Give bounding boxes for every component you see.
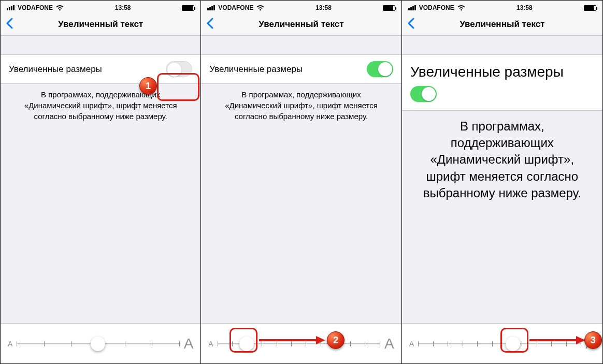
battery-icon <box>182 5 194 11</box>
toggle-knob <box>378 62 392 76</box>
screen-1: VODAFONE 13:58 Увеличенный текст Увеличе… <box>1 1 201 363</box>
callout-1-badge: 1 <box>139 77 157 95</box>
larger-sizes-toggle[interactable] <box>410 86 437 102</box>
setting-description: В программах, поддерживающих «Динамическ… <box>1 84 200 127</box>
text-size-slider[interactable] <box>218 336 380 352</box>
text-size-slider-area: A A <box>201 323 401 363</box>
clock: 13:58 <box>516 4 533 11</box>
page-title: Увеличенный текст <box>460 19 544 30</box>
slider-thumb[interactable] <box>239 337 254 351</box>
larger-sizes-cell: Увеличенные размеры <box>402 54 602 111</box>
small-a-icon: A <box>409 340 414 348</box>
back-chevron-icon[interactable] <box>407 18 414 31</box>
page-title: Увеличенный текст <box>58 19 143 30</box>
carrier-label: VODAFONE <box>18 4 53 11</box>
slider-thumb[interactable] <box>91 337 105 351</box>
status-right <box>383 5 395 11</box>
status-bar: VODAFONE 13:58 <box>1 1 200 13</box>
page-title: Увеличенный текст <box>259 19 343 30</box>
larger-sizes-label: Увеличенные размеры <box>410 63 564 81</box>
clock: 13:58 <box>115 4 131 11</box>
back-chevron-icon[interactable] <box>206 18 213 31</box>
status-bar: VODAFONE 13:58 <box>402 1 602 13</box>
screen-2: VODAFONE 13:58 Увеличенный текст Увеличе… <box>201 1 401 363</box>
status-left: VODAFONE <box>408 4 465 11</box>
text-size-slider[interactable] <box>418 336 581 352</box>
carrier-label: VODAFONE <box>419 4 454 11</box>
wifi-icon <box>56 5 64 11</box>
text-size-slider[interactable] <box>17 336 179 352</box>
wifi-icon <box>256 5 264 11</box>
wifi-icon <box>457 5 465 11</box>
larger-sizes-label: Увеличенные размеры <box>209 64 303 75</box>
battery-icon <box>383 5 395 11</box>
larger-sizes-toggle[interactable] <box>166 61 192 77</box>
nav-bar: Увеличенный текст <box>1 13 200 36</box>
toggle-knob <box>167 63 181 77</box>
status-right <box>182 5 194 11</box>
larger-sizes-label: Увеличенные размеры <box>9 64 102 75</box>
triptych-container: VODAFONE 13:58 Увеличенный текст Увеличе… <box>0 0 603 364</box>
clock: 13:58 <box>315 4 332 11</box>
status-left: VODAFONE <box>7 4 64 11</box>
carrier-label: VODAFONE <box>218 4 253 11</box>
larger-sizes-cell: Увеличенные размеры <box>1 54 200 84</box>
large-a-icon: A <box>384 336 394 352</box>
battery-icon <box>584 5 596 11</box>
nav-bar: Увеличенный текст <box>402 13 602 36</box>
larger-sizes-toggle[interactable] <box>367 61 393 77</box>
text-size-slider-area: A A <box>402 323 602 363</box>
screen-3: VODAFONE 13:58 Увеличенный текст Увеличе… <box>402 1 602 363</box>
small-a-icon: A <box>8 340 12 348</box>
status-right <box>584 5 596 11</box>
small-a-icon: A <box>208 340 213 348</box>
status-bar: VODAFONE 13:58 <box>201 1 401 13</box>
nav-bar: Увеличенный текст <box>201 13 401 36</box>
callout-3-badge: 3 <box>584 331 602 349</box>
status-left: VODAFONE <box>207 4 264 11</box>
back-chevron-icon[interactable] <box>6 18 13 31</box>
toggle-knob <box>422 87 436 101</box>
large-a-icon: A <box>184 336 194 352</box>
signal-icon <box>7 5 15 10</box>
larger-sizes-cell: Увеличенные размеры <box>201 54 401 84</box>
slider-thumb[interactable] <box>506 337 520 351</box>
setting-description: В программах, поддерживающих «Динамическ… <box>201 84 401 127</box>
signal-icon <box>207 5 215 10</box>
text-size-slider-area: A A <box>1 323 200 363</box>
slider-ticks <box>418 341 581 346</box>
setting-description: В программах, поддерживающих «Динамическ… <box>402 111 602 209</box>
signal-icon <box>408 5 416 10</box>
